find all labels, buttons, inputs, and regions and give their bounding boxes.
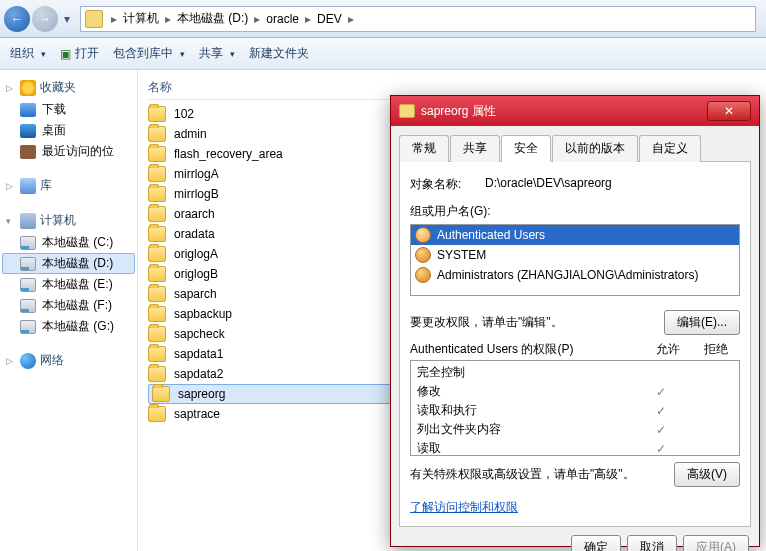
sidebar-network[interactable]: ▷网络 [2,349,135,372]
folder-icon [148,306,166,322]
drive-icon [20,278,36,292]
folder-icon [148,186,166,202]
folder-icon [148,406,166,422]
tab-1[interactable]: 共享 [450,135,500,162]
user-icon [415,227,431,243]
tab-4[interactable]: 自定义 [639,135,701,162]
sidebar-drive[interactable]: 本地磁盘 (G:) [2,316,135,337]
crumb-oracle[interactable]: oracle [262,12,303,26]
computer-icon [20,213,36,229]
group-user-list[interactable]: Authenticated UsersSYSTEMAdministrators … [410,224,740,296]
tab-2[interactable]: 安全 [501,135,551,162]
object-name-value: D:\oracle\DEV\sapreorg [485,176,612,193]
permission-row: 读取✓ [417,439,733,456]
permission-row: 修改✓ [417,382,733,401]
close-button[interactable]: ✕ [707,101,751,121]
folder-icon [148,346,166,362]
group-user-item[interactable]: Authenticated Users [411,225,739,245]
forward-button[interactable]: → [32,6,58,32]
sidebar-computer[interactable]: ▾计算机 [2,209,135,232]
sidebar-drive[interactable]: 本地磁盘 (D:) [2,253,135,274]
share-menu[interactable]: 共享 [199,45,235,62]
folder-icon [148,326,166,342]
navigation-pane: ▷收藏夹 下载 桌面 最近访问的位 ▷库 ▾计算机 本地磁盘 (C:)本地磁盘 … [0,70,138,551]
edit-button[interactable]: 编辑(E)... [664,310,740,335]
sidebar-drive[interactable]: 本地磁盘 (F:) [2,295,135,316]
library-icon [20,178,36,194]
drive-icon [20,320,36,334]
folder-icon [85,10,103,28]
folder-icon [148,366,166,382]
drive-icon [20,299,36,313]
permission-row: 列出文件夹内容✓ [417,420,733,439]
folder-icon [148,106,166,122]
network-icon [20,353,36,369]
sidebar-downloads[interactable]: 下载 [2,99,135,120]
group-user-item[interactable]: SYSTEM [411,245,739,265]
folder-icon [148,206,166,222]
sidebar-favorites[interactable]: ▷收藏夹 [2,76,135,99]
explorer-toolbar: 组织 ▣打开 包含到库中 共享 新建文件夹 [0,38,766,70]
recent-icon [20,145,36,159]
open-button[interactable]: ▣打开 [60,45,99,62]
tab-0[interactable]: 常规 [399,135,449,162]
apply-button[interactable]: 应用(A) [683,535,749,551]
sidebar-recent[interactable]: 最近访问的位 [2,141,135,162]
tab-panel-security: 对象名称: D:\oracle\DEV\sapreorg 组或用户名(G): A… [399,162,751,527]
tab-3[interactable]: 以前的版本 [552,135,638,162]
address-bar: ← → ▾ ▸ 计算机▸ 本地磁盘 (D:)▸ oracle▸ DEV▸ [0,0,766,38]
sidebar-drive[interactable]: 本地磁盘 (C:) [2,232,135,253]
include-in-library-menu[interactable]: 包含到库中 [113,45,185,62]
object-name-label: 对象名称: [410,176,485,193]
group-user-item[interactable]: Administrators (ZHANGJIALONG\Administrat… [411,265,739,285]
permission-row: 读取和执行✓ [417,401,733,420]
breadcrumb[interactable]: ▸ 计算机▸ 本地磁盘 (D:)▸ oracle▸ DEV▸ [80,6,756,32]
folder-icon [148,286,166,302]
deny-header: 拒绝 [692,341,740,358]
tab-strip: 常规共享安全以前的版本自定义 [399,134,751,162]
group-user-label: 组或用户名(G): [410,203,740,220]
folder-icon [152,386,170,402]
folder-icon [399,104,415,118]
downloads-icon [20,103,36,117]
desktop-icon [20,124,36,138]
crumb-computer[interactable]: 计算机 [119,10,163,27]
sidebar-desktop[interactable]: 桌面 [2,120,135,141]
folder-icon [148,126,166,142]
user-icon [415,267,431,283]
advanced-hint: 有关特殊权限或高级设置，请单击"高级"。 [410,466,635,483]
drive-icon [20,257,36,271]
folder-icon [148,146,166,162]
folder-icon [148,226,166,242]
crumb-dev[interactable]: DEV [313,12,346,26]
drive-icon [20,236,36,250]
new-folder-button[interactable]: 新建文件夹 [249,45,309,62]
dialog-titlebar[interactable]: sapreorg 属性 ✕ [391,96,759,126]
dialog-title: sapreorg 属性 [421,103,496,120]
organize-menu[interactable]: 组织 [10,45,46,62]
advanced-button[interactable]: 高级(V) [674,462,740,487]
sidebar-libraries[interactable]: ▷库 [2,174,135,197]
permissions-list: 完全控制修改✓读取和执行✓列出文件夹内容✓读取✓写入✓ [410,360,740,456]
nav-history-dropdown[interactable]: ▾ [60,12,74,26]
ok-button[interactable]: 确定 [571,535,621,551]
allow-header: 允许 [644,341,692,358]
edit-hint: 要更改权限，请单击"编辑"。 [410,314,563,331]
cancel-button[interactable]: 取消 [627,535,677,551]
folder-icon [148,246,166,262]
help-link[interactable]: 了解访问控制和权限 [410,499,740,516]
star-icon [20,80,36,96]
permissions-title: Authenticated Users 的权限(P) [410,341,644,358]
permission-row: 完全控制 [417,363,733,382]
sidebar-drive[interactable]: 本地磁盘 (E:) [2,274,135,295]
user-icon [415,247,431,263]
back-button[interactable]: ← [4,6,30,32]
folder-icon [148,166,166,182]
properties-dialog: sapreorg 属性 ✕ 常规共享安全以前的版本自定义 对象名称: D:\or… [390,95,760,547]
crumb-drive[interactable]: 本地磁盘 (D:) [173,10,252,27]
folder-icon [148,266,166,282]
